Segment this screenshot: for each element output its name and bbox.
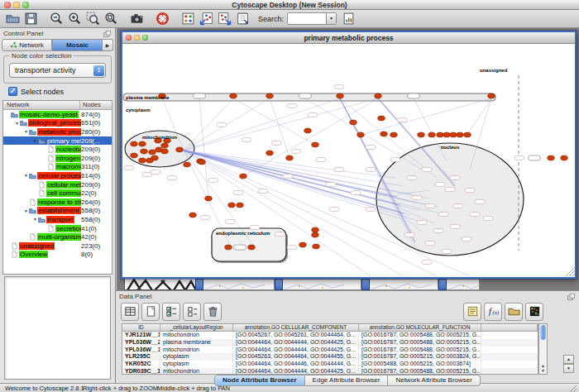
table-cell[interactable]: plasma membrane: [160, 339, 233, 347]
table-cell[interactable]: [GO:0016787, GO:0005488, GO:0005215, G..…: [359, 339, 481, 347]
red-node[interactable]: [240, 174, 247, 179]
table-cell[interactable]: [GO:0045263, GO:0044464, GO:0044455, G..…: [233, 353, 359, 361]
red-node[interactable]: [286, 155, 294, 160]
background-window-titlebar[interactable]: [438, 279, 447, 290]
network-canvas[interactable]: plasma membranecytoplasmmitochondrionnuc…: [122, 44, 575, 276]
search-input[interactable]: ▾: [287, 12, 337, 25]
red-node[interactable]: [313, 244, 320, 249]
tree-row-mosaic-demo-yeast[interactable]: mosaic-demo-yeast874(0): [3, 110, 112, 119]
delete-attribute-button[interactable]: [203, 303, 222, 321]
red-node[interactable]: [161, 149, 169, 154]
column-header-2[interactable]: _cellularLayoutRegion: [160, 324, 233, 331]
vizmapper-button[interactable]: [180, 11, 196, 26]
table-cell[interactable]: cytoplasm: [160, 353, 233, 361]
red-node[interactable]: [139, 158, 146, 163]
table-cell[interactable]: mitochondrion: [160, 347, 233, 354]
tab-network[interactable]: Network: [2, 39, 52, 51]
import-network-right-button[interactable]: [217, 11, 232, 26]
background-window-titlebar[interactable]: [361, 279, 370, 290]
expander-icon[interactable]: ▼: [23, 208, 29, 213]
tree-row-nitrogen-compo[interactable]: nitrogen compo209(0): [3, 154, 112, 163]
document-chart-button[interactable]: [341, 11, 356, 26]
dropdown-stepper-icon[interactable]: ▲▼: [93, 65, 104, 76]
red-node[interactable]: [357, 132, 365, 137]
tab-node-attribute-browser[interactable]: Node Attribute Browser: [214, 375, 305, 386]
select-nodes-checkbox[interactable]: ✓: [8, 87, 17, 96]
table-cell[interactable]: YPL036W__1: [122, 347, 160, 354]
tree-column-network[interactable]: Network: [3, 101, 80, 109]
red-node[interactable]: [380, 131, 388, 136]
background-window-fragment[interactable]: [438, 279, 480, 290]
table-cell[interactable]: mitochondrion: [160, 368, 233, 375]
network-tree-header[interactable]: Network Nodes: [3, 101, 112, 110]
save-button[interactable]: [23, 11, 39, 26]
red-node[interactable]: [266, 151, 274, 155]
red-node[interactable]: [464, 132, 471, 137]
table-cell[interactable]: [GO:0044464, GO:0044444, GO:0044425, G..…: [233, 339, 359, 347]
red-node[interactable]: [228, 203, 236, 208]
tree-row-macromolecule[interactable]: macromolecule311(0): [3, 163, 112, 172]
red-node[interactable]: [390, 132, 398, 137]
tree-row-nucleobase-[interactable]: nucleobase-209(0): [3, 145, 112, 154]
red-node[interactable]: [161, 143, 169, 148]
table-row-ydr039c__1[interactable]: YDR039C__1mitochondrion[GO:0044464, GO:0…: [122, 368, 538, 375]
table-row-ypl036w__2[interactable]: YPL036W__2plasma membrane[GO:0044464, GO…: [122, 339, 538, 347]
red-node[interactable]: [350, 120, 357, 125]
red-node[interactable]: [141, 149, 148, 154]
tree-row-cell-communicat[interactable]: cell communicat22(0): [3, 189, 112, 198]
table-cell[interactable]: YDR039C__1: [122, 368, 160, 375]
red-node[interactable]: [312, 142, 319, 147]
table-cell[interactable]: [GO:0016787, GO:0005488, GO:0005215, G..…: [359, 368, 481, 375]
column-header-3[interactable]: annotation.GO CELLULAR_COMPONENT: [233, 324, 359, 331]
red-node[interactable]: [146, 158, 154, 163]
function-button[interactable]: f(x): [484, 303, 502, 321]
network-window-titlebar[interactable]: primary metabolic process: [122, 32, 575, 44]
select-attributes-button[interactable]: [162, 303, 180, 321]
red-node[interactable]: [457, 132, 464, 137]
expander-icon[interactable]: ▼: [32, 217, 38, 222]
zoom-region-button[interactable]: [85, 11, 101, 26]
red-node[interactable]: [312, 232, 319, 237]
background-window-fragment[interactable]: [361, 279, 438, 290]
table-row-yjr121w__1[interactable]: YJR121W__1mitochondrion[GO:0045267, GO:0…: [122, 332, 538, 339]
red-node[interactable]: [450, 132, 457, 137]
attribute-table-button[interactable]: [121, 303, 139, 321]
table-cell[interactable]: [GO:0005488, GO:0005215, GO:0003674]: [359, 361, 481, 368]
expander-icon[interactable]: ▼: [32, 138, 38, 143]
snapshot-camera-button[interactable]: [129, 11, 145, 26]
table-cell[interactable]: YKR052C: [122, 361, 160, 368]
red-node[interactable]: [176, 147, 184, 152]
red-node[interactable]: [561, 155, 568, 160]
red-node[interactable]: [230, 93, 237, 98]
red-node[interactable]: [312, 227, 319, 232]
expander-icon[interactable]: ▼: [23, 129, 29, 134]
white-node[interactable]: [194, 93, 206, 98]
import-network-left-button[interactable]: [199, 11, 214, 26]
help-lifering-button[interactable]: [155, 11, 170, 26]
table-cell[interactable]: [GO:0044464, GO:0044446, GO:0044444, G..…: [233, 361, 359, 368]
table-row-ylr295c[interactable]: YLR295Ccytoplasm[GO:0045263, GO:0044464,…: [122, 353, 538, 361]
red-node[interactable]: [205, 196, 213, 201]
tree-row-primary-metabo[interactable]: ▼primary metabo209(...: [3, 136, 112, 146]
network-view-window[interactable]: primary metabolic process plasma membran…: [121, 31, 577, 279]
white-node[interactable]: [299, 93, 312, 98]
red-node[interactable]: [418, 132, 425, 137]
red-node[interactable]: [189, 213, 197, 218]
search-dropdown-arrow-icon[interactable]: ▾: [326, 13, 336, 24]
column-header-4[interactable]: annotation.GO MOLECULAR_FUNCTION: [359, 324, 481, 331]
background-window-titlebar[interactable]: [195, 279, 203, 290]
node-color-dropdown[interactable]: transporter activity ▲▼: [9, 63, 106, 78]
tab-edge-attribute-browser[interactable]: Edge Attribute Browser: [305, 375, 389, 386]
background-window-fragment[interactable]: [195, 279, 275, 290]
red-node[interactable]: [237, 203, 244, 208]
background-window-fragment[interactable]: [275, 279, 361, 290]
unselect-attributes-button[interactable]: [183, 303, 201, 321]
matrix-button[interactable]: [525, 303, 543, 321]
red-node[interactable]: [443, 132, 451, 137]
scrollbar-thumb[interactable]: [540, 325, 546, 340]
zoom-out-button[interactable]: [49, 11, 65, 26]
tree-row-cellular-metabol[interactable]: cellular metabol209(0): [3, 180, 112, 189]
table-cell[interactable]: YPL036W__2: [122, 339, 160, 347]
new-attribute-button[interactable]: [141, 303, 160, 321]
import-folder-button[interactable]: [505, 303, 523, 321]
